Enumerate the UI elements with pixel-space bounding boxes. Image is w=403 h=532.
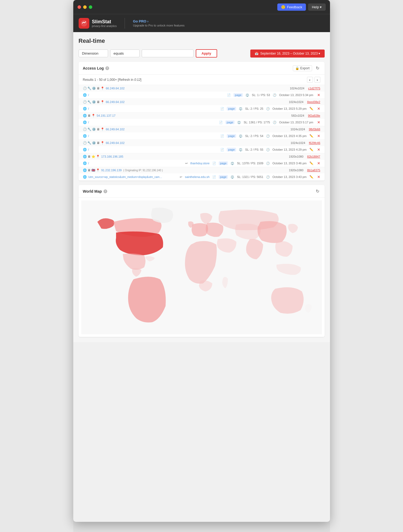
results-bar: Results 1 - 50 of 1,000+ [Refresh in 0:1… xyxy=(79,75,325,85)
globe-icon: 🌐 xyxy=(83,175,87,179)
export-button[interactable]: 🔒 Export xyxy=(293,65,312,71)
world-map-refresh-button[interactable]: ↻ xyxy=(315,188,320,194)
date-range-button[interactable]: 📅 September 16, 2023 – October 13, 2023 … xyxy=(250,50,324,58)
weight-icon: ⚖️ xyxy=(239,148,243,151)
delete-button[interactable]: ✕ xyxy=(317,175,320,179)
bug-icon: 🔧 xyxy=(87,141,91,145)
session-id[interactable]: 82b18847 xyxy=(307,155,320,158)
delete-button[interactable]: ✕ xyxy=(317,161,320,165)
type-link[interactable]: page xyxy=(233,93,243,97)
type-link[interactable]: page xyxy=(227,107,236,111)
session-id[interactable]: 8b1a8375 xyxy=(307,169,320,172)
edit-button[interactable]: ✏️ xyxy=(309,134,313,138)
clock-icon-2: 🕐 xyxy=(266,175,270,179)
ip-address[interactable]: 66.249.64.102 xyxy=(106,87,125,90)
clock-icon-2: 🕐 xyxy=(273,121,277,124)
edit-button[interactable]: ✏️ xyxy=(309,148,313,151)
delete-button[interactable]: ✕ xyxy=(317,93,320,97)
feedback-button[interactable]: 🙂 Feedback xyxy=(277,3,306,11)
path-link[interactable]: / xyxy=(88,93,89,97)
type-link[interactable]: page xyxy=(227,148,236,151)
date-text: October 13, 2023 3:43 pm xyxy=(272,175,307,178)
path-link[interactable]: / xyxy=(88,148,89,151)
help-button[interactable]: Help ▾ xyxy=(308,3,325,11)
next-page-button[interactable]: › xyxy=(314,77,320,83)
log-row: 🌐 🖥 📍 54.191.137.17 582x1024 9f2a928e xyxy=(79,112,325,119)
log-row-detail: 🌐 / 📄 page ⚖️ SL: 1 / PS: 53 🕐 October 1… xyxy=(79,92,325,98)
delete-button[interactable]: ✕ xyxy=(317,134,320,138)
prev-page-button[interactable]: ‹ xyxy=(307,77,313,83)
close-button[interactable] xyxy=(78,5,81,9)
gear-icon: ⚙️ xyxy=(92,86,96,90)
path-link[interactable]: / xyxy=(88,107,89,110)
sl-ps: SL: 2 / PS: 54 xyxy=(245,134,263,138)
session-id[interactable]: 9fbf3b68 xyxy=(309,128,320,131)
doc-icon: 📄 xyxy=(219,121,223,124)
minimize-button[interactable] xyxy=(83,5,87,9)
edit-button[interactable]: ✏️ xyxy=(309,107,313,111)
row-icons: 🌐 🖥 ⭐ 📍 xyxy=(83,155,100,158)
type-link[interactable]: page xyxy=(227,134,236,138)
globe-icon: 🌐 xyxy=(83,93,87,97)
log-row-group: 🌐 🖥 📍 54.191.137.17 582x1024 9f2a928e 🌐 … xyxy=(79,112,325,126)
globe-icon: 🌐 xyxy=(83,148,87,151)
divider xyxy=(125,18,125,29)
session-id[interactable]: c1d27f75 xyxy=(308,87,320,90)
resolution: 1024x1024 xyxy=(289,100,303,104)
edit-button[interactable]: ✏️ xyxy=(309,175,313,179)
gear-icon: ⚙️ xyxy=(92,141,96,145)
delete-button[interactable]: ✕ xyxy=(317,107,320,111)
sl-ps: SL: 1378 / PS: 1509 xyxy=(237,162,263,165)
equals-select[interactable]: equals xyxy=(110,50,140,57)
edit-button[interactable]: ✏️ xyxy=(309,161,313,165)
ip-address[interactable]: 66.249.64.102 xyxy=(106,141,125,145)
detail-meta: 📄 page ⚖️ SL: 1 / PS: 53 🕐 October 13, 2… xyxy=(227,93,320,97)
ip-address[interactable]: 91.232.196.139 xyxy=(101,169,122,172)
type-link[interactable]: page xyxy=(219,175,228,179)
session-id[interactable]: 9f2a928e xyxy=(308,114,320,117)
ip-address[interactable]: 173.166.196.185 xyxy=(101,155,124,158)
sl-ps: SL: 1361 / PS: 1775 xyxy=(244,121,270,124)
dimension-select[interactable]: Dimension xyxy=(79,50,108,57)
gopro-link[interactable]: Go PRO › xyxy=(133,19,185,23)
sl-ps: SL: 1321 / PS: 5651 xyxy=(237,175,263,178)
ip-address[interactable]: 66.249.64.102 xyxy=(106,100,125,104)
referrer-link[interactable]: sainthelena.edu.sh xyxy=(185,175,209,178)
filter-value-input[interactable] xyxy=(142,50,194,57)
doc-icon: 📄 xyxy=(212,175,216,179)
ip-address[interactable]: 66.249.64.102 xyxy=(106,128,125,131)
monitor-icon: 🖥 xyxy=(87,114,91,117)
referrer-link[interactable]: thanhduy.store xyxy=(190,162,210,165)
session-id[interactable]: f629fc46 xyxy=(309,141,320,145)
ip-address[interactable]: 54.191.137.17 xyxy=(97,114,116,117)
maximize-button[interactable] xyxy=(89,5,92,9)
location-icon: 📍 xyxy=(96,155,100,158)
sl-ps: SL: 1 / PS: 53 xyxy=(252,93,270,97)
lock-icon: 🔒 xyxy=(295,66,299,70)
calendar-icon: 📅 xyxy=(255,52,259,55)
clock-icon-2: 🕐 xyxy=(266,134,270,138)
type-link[interactable]: page xyxy=(219,161,228,165)
date-text: October 13, 2023 5:17 pm xyxy=(279,121,313,124)
delete-button[interactable]: ✕ xyxy=(317,120,320,124)
panel-actions: 🔒 Export ↻ xyxy=(293,65,320,71)
access-log-panel: Access Log ? 🔒 Export ↻ Results 1 - 50 o… xyxy=(79,62,325,181)
path-link[interactable]: / xyxy=(88,121,89,124)
path-link[interactable]: / xyxy=(88,134,89,138)
apply-button[interactable]: Apply xyxy=(196,49,217,58)
path-link[interactable]: /utm_source=wp_statistics&utm_medium=dis… xyxy=(88,176,163,178)
globe-icon-2: 🌐 xyxy=(83,114,87,117)
refresh-button[interactable]: ↻ xyxy=(315,65,320,71)
type-link[interactable]: page xyxy=(225,120,235,124)
log-row-group: 🕐 🔧 ⚙️ 🖥 📍 66.249.64.102 1024x1024 8eed3… xyxy=(79,99,325,112)
delete-button[interactable]: ✕ xyxy=(317,147,320,152)
log-row-group: 🕐 🔧 ⚙️ 🖥 📍 66.249.64.102 1024x1024 c1d27… xyxy=(79,85,325,99)
session-id[interactable]: 8eed38e2 xyxy=(307,100,320,104)
world-map-panel: World Map ? ↻ xyxy=(79,185,325,337)
row-icons: 🌐 🖥 🇬🇧 📍 xyxy=(83,168,100,172)
clock-icon: 🕐 xyxy=(83,127,87,131)
globe-icon: 🌐 xyxy=(83,161,87,165)
detail-meta: 📄 page ⚖️ SL: 2 / PS: 55 🕐 October 13, 2… xyxy=(220,147,320,152)
path-link[interactable]: / xyxy=(88,162,89,165)
detail-meta: 📄 page ⚖️ SL: 2 / PS: 25 🕐 October 13, 2… xyxy=(220,107,320,111)
